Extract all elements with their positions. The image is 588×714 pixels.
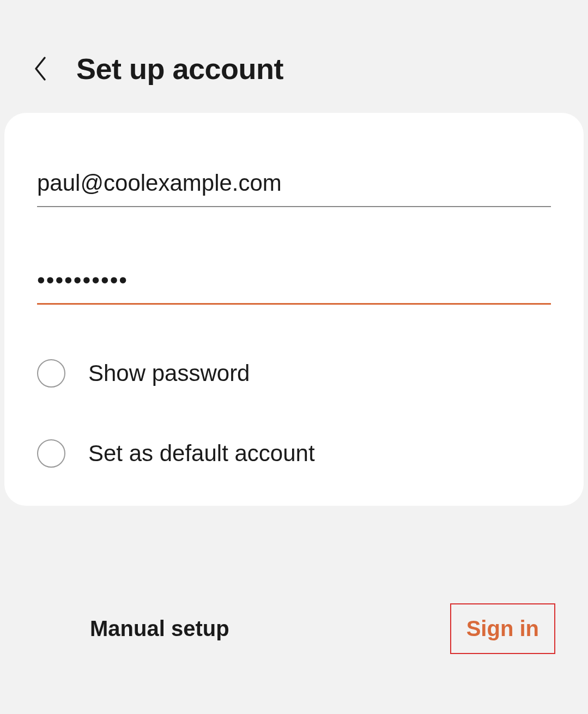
page-title: Set up account <box>76 52 283 86</box>
manual-setup-button[interactable]: Manual setup <box>90 616 229 641</box>
password-field[interactable] <box>37 262 551 305</box>
email-input-group <box>37 165 551 207</box>
show-password-checkbox[interactable] <box>37 359 65 388</box>
default-account-label: Set as default account <box>88 440 315 467</box>
default-account-checkbox[interactable] <box>37 439 65 468</box>
bottom-actions: Manual setup Sign in <box>0 603 588 654</box>
header-bar: Set up account <box>0 0 588 113</box>
email-field[interactable] <box>37 165 551 207</box>
show-password-row[interactable]: Show password <box>37 359 551 388</box>
default-account-row[interactable]: Set as default account <box>37 439 551 468</box>
back-icon[interactable] <box>33 55 49 82</box>
password-input-group <box>37 262 551 305</box>
show-password-label: Show password <box>88 360 250 386</box>
form-card: Show password Set as default account <box>4 113 584 506</box>
signin-button[interactable]: Sign in <box>450 603 555 654</box>
